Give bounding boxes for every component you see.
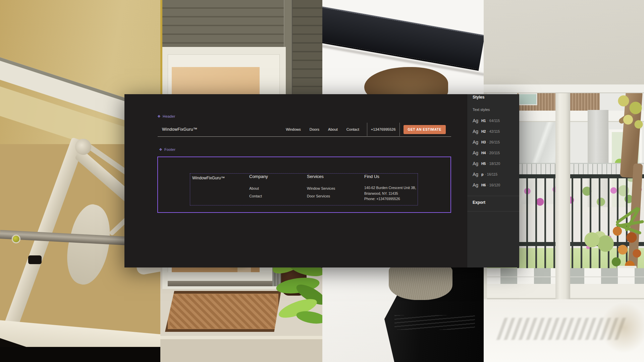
text-styles-list: Ag H1 · 64/115 Ag H2 · 42/115 Ag H3 · 26… [473, 115, 516, 190]
footer-brand-column: WindowFixGuru™ [192, 175, 225, 181]
decor [160, 336, 322, 339]
decor [484, 84, 644, 93]
decor [12, 235, 20, 243]
divider [399, 123, 400, 136]
footer-column-title: Services [307, 174, 324, 179]
text-style-row-h1[interactable]: Ag H1 · 64/115 [473, 115, 516, 126]
export-section-header[interactable]: Export [473, 200, 485, 205]
style-sample: Ag [473, 172, 481, 177]
style-name: H2 [481, 129, 486, 133]
decor [484, 299, 644, 362]
decor [75, 139, 91, 155]
footer-frame-selected[interactable]: WindowFixGuru™ Company About Contact Ser… [157, 157, 451, 213]
decor [600, 303, 644, 353]
screenshot-stage: ❖ Header WindowFixGuru™ Windows Doors Ab… [0, 0, 644, 362]
footer-link-contact[interactable]: Contact [249, 194, 262, 198]
section-label-text: Footer [164, 147, 175, 152]
style-sample: Ag [473, 182, 481, 188]
footer-link-about[interactable]: About [249, 186, 259, 190]
component-icon: ❖ [159, 148, 162, 152]
decor [394, 315, 475, 330]
phone-number[interactable]: +13476995526 [371, 127, 396, 131]
style-sample: Ag [473, 129, 481, 134]
nav-item-windows[interactable]: Windows [286, 127, 301, 131]
style-sample: Ag [473, 118, 481, 123]
divider [367, 123, 367, 136]
divider [467, 196, 520, 196]
style-sample: Ag [473, 139, 481, 145]
footer-link-door-services[interactable]: Door Services [307, 194, 330, 198]
footer-findus-column: Find Us 140-62 Burden Crescent Unit 3B, … [364, 174, 379, 179]
footer-column-title: Company [249, 174, 268, 179]
style-name: H1 [481, 119, 486, 123]
style-meta: · 42/115 [487, 129, 500, 133]
footer-section-label[interactable]: ❖ Footer [159, 147, 175, 152]
footer-address: 140-62 Burden Crescent Unit 3B, Briarwoo… [364, 185, 416, 202]
section-label-text: Header [163, 114, 175, 118]
text-style-row-h4[interactable]: Ag H4 · 20/115 [473, 147, 516, 158]
style-meta: · 20/115 [487, 151, 500, 155]
decor [170, 294, 276, 328]
site-logo: WindowFixGuru™ [162, 127, 198, 132]
style-meta: · 16/120 [487, 183, 500, 187]
site-nav: Windows Doors About Contact [286, 127, 359, 131]
style-meta: · 26/115 [487, 140, 500, 144]
text-style-row-h3[interactable]: Ag H3 · 26/115 [473, 137, 516, 147]
style-sample: Ag [473, 161, 481, 166]
address-line: Briarwood, NY. 11435 [364, 191, 416, 196]
text-style-row-h5[interactable]: Ag H5 · 18/120 [473, 158, 516, 169]
text-style-row-h6[interactable]: Ag H6 · 16/120 [473, 180, 516, 190]
component-icon: ❖ [157, 115, 161, 118]
style-name: H6 [481, 183, 486, 187]
decor [484, 0, 644, 84]
decor [614, 93, 644, 136]
decor [555, 93, 570, 299]
decor [160, 339, 322, 362]
design-canvas[interactable]: ❖ Header WindowFixGuru™ Windows Doors Ab… [124, 94, 467, 267]
style-meta: · 64/115 [487, 119, 500, 123]
decor [0, 347, 160, 362]
style-name: H3 [481, 140, 486, 144]
styles-panel: Styles Text styles Ag H1 · 64/115 Ag H2 … [467, 94, 519, 267]
style-meta: · 18/120 [487, 162, 500, 166]
footer-brand: WindowFixGuru™ [192, 176, 225, 180]
nav-item-doors[interactable]: Doors [310, 127, 319, 131]
footer-services-column: Services Window Services Door Services [307, 174, 324, 179]
decor [389, 266, 452, 300]
style-sample: Ag [473, 150, 481, 156]
decor [165, 291, 281, 332]
address-line: Phone: +13476995526 [364, 196, 416, 202]
panel-title: Styles [473, 95, 484, 100]
divider [467, 211, 520, 212]
footer-link-window-services[interactable]: Window Services [307, 186, 335, 190]
style-name: p [481, 172, 483, 176]
style-name: H4 [481, 151, 486, 155]
figma-window: ❖ Header WindowFixGuru™ Windows Doors Ab… [124, 94, 519, 267]
address-line: 140-62 Burden Crescent Unit 3B, [364, 185, 416, 191]
header-section-label[interactable]: ❖ Header [157, 114, 175, 118]
decor [168, 281, 280, 286]
footer-content-group: WindowFixGuru™ Company About Contact Ser… [190, 173, 418, 205]
style-meta: · 16/115 [485, 172, 497, 176]
text-styles-header: Text styles [473, 108, 490, 112]
footer-column-title: Find Us [364, 174, 379, 179]
text-style-row-p[interactable]: Ag p · 16/115 [473, 169, 516, 180]
decor [28, 255, 42, 264]
nav-item-about[interactable]: About [328, 127, 338, 131]
decor [519, 93, 537, 105]
footer-company-column: Company About Contact [249, 174, 268, 179]
text-style-row-h2[interactable]: Ag H2 · 42/115 [473, 126, 516, 137]
header-frame[interactable]: WindowFixGuru™ Windows Doors About Conta… [158, 122, 451, 137]
style-name: H5 [481, 162, 486, 166]
get-estimate-button[interactable]: GET AN ESTIMATE [404, 125, 446, 134]
nav-item-contact[interactable]: Contact [346, 127, 359, 131]
